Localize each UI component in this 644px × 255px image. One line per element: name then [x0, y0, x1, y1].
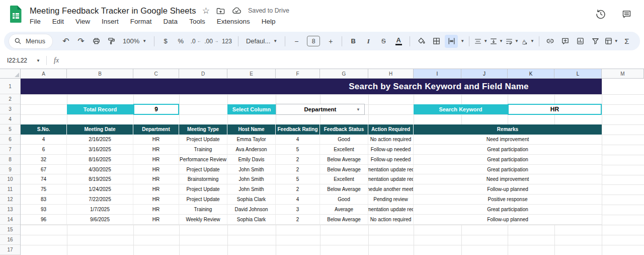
- menu-file[interactable]: File: [30, 18, 41, 25]
- column-letter-I[interactable]: I: [414, 69, 461, 78]
- table-cell[interactable]: Project Update: [179, 184, 227, 194]
- borders-button[interactable]: [430, 35, 443, 48]
- table-cell[interactable]: Project Update: [179, 135, 227, 144]
- total-record-label[interactable]: Total Record: [67, 104, 133, 114]
- font-select[interactable]: Defaul... ▼: [243, 37, 280, 45]
- table-cell[interactable]: mentation update req: [368, 165, 414, 174]
- column-letter-B[interactable]: B: [67, 69, 133, 78]
- create-filter-button[interactable]: [589, 35, 602, 48]
- table-cell[interactable]: Ava Anderson: [227, 145, 276, 154]
- table-cell[interactable]: Project Update: [179, 165, 227, 174]
- bold-button[interactable]: B: [347, 35, 360, 48]
- row-number-5[interactable]: 5: [0, 124, 20, 135]
- table-cell[interactable]: HR: [133, 155, 179, 164]
- format-percent-button[interactable]: %: [174, 35, 187, 48]
- table-cell[interactable]: No action required: [368, 215, 414, 224]
- redo-button[interactable]: ↷: [74, 35, 88, 48]
- merge-cells-button[interactable]: [445, 35, 458, 48]
- table-cell[interactable]: Great participation: [414, 155, 602, 164]
- table-cell[interactable]: 4/30/2025: [67, 165, 133, 174]
- italic-button[interactable]: I: [362, 35, 375, 48]
- table-cell[interactable]: 5: [276, 145, 320, 154]
- saved-status[interactable]: Saved to Drive: [248, 7, 289, 14]
- star-icon[interactable]: ☆: [202, 6, 210, 16]
- table-cell[interactable]: 8/16/2025: [67, 155, 133, 164]
- table-cell[interactable]: Performance Review: [179, 155, 227, 164]
- table-cell[interactable]: Brainstorming: [179, 174, 227, 184]
- table-cell[interactable]: Weekly Review: [179, 215, 227, 224]
- column-header[interactable]: Meeting Type: [179, 124, 227, 135]
- table-cell[interactable]: Training: [179, 145, 227, 154]
- table-cell[interactable]: John Smith: [227, 174, 276, 184]
- column-letter-J[interactable]: J: [461, 69, 508, 78]
- row-number-14[interactable]: 14: [0, 215, 20, 225]
- table-cell[interactable]: Great participation: [414, 205, 602, 214]
- column-letter-L[interactable]: L: [554, 69, 602, 78]
- increase-decimal-button[interactable]: .00→: [204, 35, 218, 48]
- column-letter-D[interactable]: D: [179, 69, 227, 78]
- table-cell[interactable]: Below Average: [320, 184, 368, 194]
- format-currency-button[interactable]: $: [159, 35, 172, 48]
- table-cell[interactable]: Below Average: [320, 165, 368, 174]
- chevron-down-icon[interactable]: ▼: [460, 39, 464, 43]
- table-cell[interactable]: 4: [276, 135, 320, 144]
- vertical-align-button[interactable]: ▼: [490, 35, 503, 48]
- select-column-dropdown[interactable]: Department ▼: [276, 104, 365, 115]
- table-cell[interactable]: Great participation: [414, 165, 602, 174]
- table-cell[interactable]: 2: [276, 184, 320, 194]
- number-format-button[interactable]: 123: [220, 35, 233, 48]
- menu-data[interactable]: Data: [164, 18, 178, 25]
- table-cell[interactable]: HR: [133, 195, 179, 204]
- table-cell[interactable]: hedule another meeti: [368, 184, 414, 194]
- menu-tools[interactable]: Tools: [189, 18, 205, 25]
- formula-input[interactable]: [59, 52, 644, 69]
- cloud-saved-icon[interactable]: [231, 7, 242, 15]
- move-folder-icon[interactable]: [216, 7, 225, 15]
- document-title[interactable]: Meeting Feedback Tracker in Google Sheet…: [30, 6, 196, 16]
- table-cell[interactable]: Excellent: [320, 174, 368, 184]
- column-header[interactable]: Remarks: [414, 124, 602, 135]
- table-cell[interactable]: Average: [320, 205, 368, 214]
- table-cell[interactable]: 4: [21, 135, 67, 144]
- table-cell[interactable]: 2/16/2025: [67, 135, 133, 144]
- text-color-button[interactable]: A: [392, 35, 405, 48]
- horizontal-align-button[interactable]: ▼: [474, 35, 488, 48]
- column-letter-F[interactable]: F: [276, 69, 320, 78]
- row-number-1[interactable]: 1: [0, 79, 20, 94]
- table-cell[interactable]: 3/16/2025: [67, 145, 133, 154]
- row-number-11[interactable]: 11: [0, 184, 20, 195]
- table-cell[interactable]: 96: [21, 215, 67, 224]
- row-number-17[interactable]: 17: [0, 245, 20, 255]
- table-cell[interactable]: Below Average: [320, 155, 368, 164]
- row-number-15[interactable]: 15: [0, 225, 20, 235]
- text-rotation-button[interactable]: A▼: [521, 35, 534, 48]
- table-cell[interactable]: Below Average: [320, 215, 368, 224]
- menu-format[interactable]: Format: [130, 18, 152, 25]
- table-cell[interactable]: Pending review: [368, 195, 414, 204]
- row-number-3[interactable]: 3: [0, 104, 20, 114]
- table-cell[interactable]: 75: [21, 184, 67, 194]
- insert-comment-button[interactable]: [559, 35, 572, 48]
- column-letter-H[interactable]: H: [368, 69, 414, 78]
- table-cell[interactable]: Sophia Clark: [227, 195, 276, 204]
- strikethrough-button[interactable]: S: [377, 35, 390, 48]
- column-letter-E[interactable]: E: [227, 69, 276, 78]
- font-size-input[interactable]: 8: [307, 36, 320, 46]
- fill-color-button[interactable]: [415, 35, 428, 48]
- menu-view[interactable]: View: [75, 18, 90, 25]
- column-letter-M[interactable]: M: [602, 69, 644, 78]
- decrease-font-size-button[interactable]: −: [290, 35, 303, 48]
- table-cell[interactable]: Excellent: [320, 145, 368, 154]
- row-number-9[interactable]: 9: [0, 165, 20, 175]
- select-column-label[interactable]: Select Column: [227, 104, 276, 114]
- table-cell[interactable]: Need improvement: [414, 174, 602, 184]
- table-cell[interactable]: HR: [133, 165, 179, 174]
- table-cell[interactable]: Project Update: [179, 195, 227, 204]
- table-cell[interactable]: No action required: [368, 135, 414, 144]
- table-cell[interactable]: 67: [21, 165, 67, 174]
- table-cell[interactable]: HR: [133, 184, 179, 194]
- insert-link-button[interactable]: [544, 35, 557, 48]
- decrease-decimal-button[interactable]: .0←: [189, 35, 202, 48]
- search-menus-button[interactable]: Menus: [9, 34, 52, 48]
- insert-chart-button[interactable]: [574, 35, 587, 48]
